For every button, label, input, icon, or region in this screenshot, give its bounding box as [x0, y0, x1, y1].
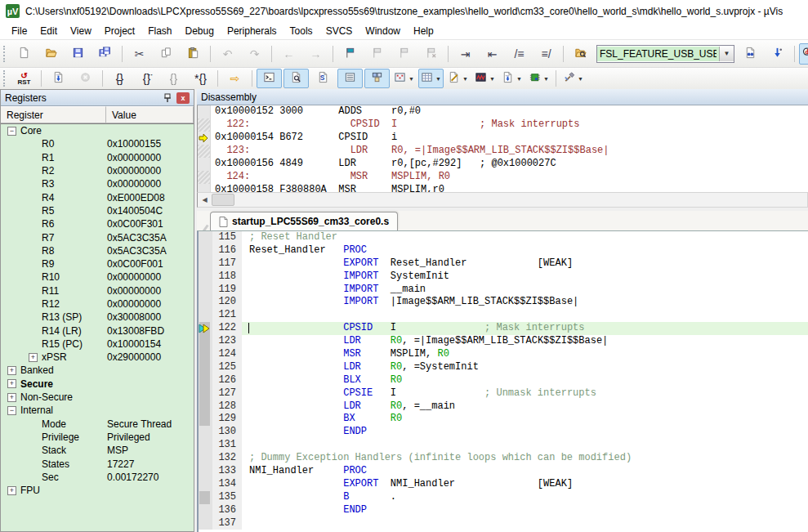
code-text[interactable]: LDR R0, =|Image$$ARM_LIB_STACK$$ZI$$Base…: [242, 335, 808, 348]
register-value[interactable]: 0x10000154: [107, 338, 161, 350]
code-text[interactable]: [242, 309, 808, 322]
disassembly-window-button[interactable]: [283, 69, 309, 88]
register-value[interactable]: Privileged: [107, 431, 150, 443]
serial-window-button[interactable]: ▼: [445, 69, 471, 88]
editor-margin[interactable]: [199, 387, 212, 400]
code-text[interactable]: NMI_Handler PROC: [242, 465, 808, 478]
callstack-window-button[interactable]: [364, 69, 390, 88]
bookmark-prev-button[interactable]: [391, 43, 417, 65]
editor-line-124[interactable]: 124 MSR MSPLIM, R0: [199, 348, 808, 361]
editor-line-127[interactable]: 127 CPSIE I ; Unmask interrupts: [199, 387, 808, 400]
editor-margin[interactable]: [199, 491, 212, 504]
indent-button[interactable]: ⇥: [453, 43, 478, 65]
register-row-stack[interactable]: StackMSP: [1, 444, 194, 457]
editor-margin[interactable]: [199, 284, 212, 297]
disasm-margin[interactable]: [198, 118, 211, 132]
code-text[interactable]: LDR R0, =SystemInit: [242, 361, 808, 374]
editor-margin[interactable]: [199, 335, 212, 348]
memory-window-button[interactable]: ▼: [418, 69, 444, 88]
editor-line-135[interactable]: 135 B .: [199, 491, 808, 504]
register-row-xpsr[interactable]: +xPSR0x29000000: [1, 351, 194, 364]
bookmark-clear-all-button[interactable]: [418, 43, 444, 65]
editor-line-115[interactable]: 115; Reset Handler: [199, 231, 808, 244]
code-text[interactable]: ; Dummy Exception Handlers (infinite loo…: [242, 452, 808, 465]
uncomment-selection-button[interactable]: ≡/: [533, 43, 559, 65]
editor-margin[interactable]: [199, 413, 212, 426]
open-folder-button[interactable]: [38, 43, 64, 65]
search-combo-dropdown-icon[interactable]: ▼: [719, 47, 734, 61]
editor-line-136[interactable]: 136 ENDP: [199, 504, 808, 517]
register-row-r4[interactable]: R40xE000ED08: [1, 190, 194, 203]
menu-item-edit[interactable]: Edit: [33, 24, 64, 38]
editor-line-131[interactable]: 131: [199, 439, 808, 452]
register-row-r5[interactable]: R50x1400504C: [1, 204, 194, 217]
code-text[interactable]: ENDP: [242, 504, 808, 517]
editor-margin[interactable]: [199, 426, 212, 439]
editor-margin[interactable]: [199, 478, 212, 491]
code-text[interactable]: BLX R0: [242, 374, 808, 387]
register-value[interactable]: 17227: [107, 458, 134, 470]
scroll-left-button[interactable]: ◀: [198, 194, 212, 206]
editor-margin[interactable]: [199, 452, 212, 465]
register-row-r0[interactable]: R00x10000155: [1, 137, 194, 150]
editor-margin[interactable]: [199, 517, 212, 530]
menu-item-tools[interactable]: Tools: [283, 24, 319, 38]
symbol-window-button[interactable]: S: [310, 69, 336, 88]
editor-line-137[interactable]: 137: [199, 517, 808, 530]
expand-icon[interactable]: +: [7, 366, 16, 375]
undo-button[interactable]: ↶: [215, 43, 240, 65]
editor-margin[interactable]: [199, 465, 212, 478]
code-text[interactable]: B .: [242, 491, 808, 504]
register-value[interactable]: 0x00000000: [107, 178, 161, 190]
disasm-line[interactable]: 0x10000152 3000 ADDS r0,#0: [198, 105, 808, 118]
editor-line-128[interactable]: 128 LDR R0, =__main: [199, 400, 808, 414]
pin-icon[interactable]: [161, 92, 174, 104]
editor-margin[interactable]: [199, 270, 212, 284]
editor-line-119[interactable]: 119 IMPORT __main: [199, 284, 808, 297]
register-row-r10[interactable]: R100x00000000: [1, 270, 194, 284]
register-row-r9[interactable]: R90x0C00F001: [1, 257, 194, 270]
menu-item-view[interactable]: View: [64, 24, 98, 38]
collapse-icon[interactable]: −: [7, 127, 16, 136]
editor-line-117[interactable]: 117 EXPORT Reset_Handler [WEAK]: [199, 257, 808, 270]
editor-line-126[interactable]: 126 BLX R0: [199, 374, 808, 387]
reset-cpu-button[interactable]: ↺RST: [11, 69, 37, 88]
register-row-r15-pc-[interactable]: R15 (PC)0x10000154: [1, 338, 194, 351]
disasm-margin[interactable]: [198, 132, 211, 145]
register-row-privilege[interactable]: PrivilegePrivileged: [1, 431, 194, 444]
menu-item-peripherals[interactable]: Peripherals: [221, 24, 283, 38]
tab-startup-file[interactable]: startup_LPC55S69_cm33_core0.s: [210, 212, 398, 230]
code-text[interactable]: [242, 517, 808, 530]
editor-line-121[interactable]: 121: [199, 309, 808, 322]
editor-line-122[interactable]: 122 CPSID I ; Mask interrupts: [199, 322, 808, 335]
register-row-sec[interactable]: Sec0.00172270: [1, 471, 194, 484]
editor-line-118[interactable]: 118 IMPORT SystemInit: [199, 270, 808, 284]
register-row-r8[interactable]: R80x5AC3C35A: [1, 244, 194, 257]
show-next-statement-button[interactable]: ⇨: [222, 69, 248, 88]
code-text[interactable]: ENDP: [242, 426, 808, 439]
menu-item-help[interactable]: Help: [407, 24, 440, 38]
editor-margin[interactable]: [199, 348, 212, 361]
disasm-line[interactable]: 122: CPSID I ; Mask interrupts: [198, 118, 808, 132]
editor-margin[interactable]: [199, 374, 212, 387]
register-row-mode[interactable]: ModeSecure Thread: [1, 418, 194, 431]
register-row-states[interactable]: States17227: [1, 457, 194, 470]
run-button[interactable]: [46, 69, 71, 88]
disasm-margin[interactable]: [198, 158, 211, 171]
system-viewer-button[interactable]: ▼: [526, 69, 551, 88]
find-in-files-doc-button[interactable]: [738, 43, 763, 65]
register-row-r2[interactable]: R20x00000000: [1, 164, 194, 177]
debug-session-button[interactable]: d▼: [799, 43, 808, 65]
editor-margin[interactable]: [199, 400, 212, 414]
trace-window-dropdown-icon[interactable]: ▼: [516, 76, 522, 82]
redo-button[interactable]: ↷: [242, 43, 267, 65]
register-column-header[interactable]: Register: [1, 106, 106, 123]
register-row-r7[interactable]: R70x5AC3C35A: [1, 230, 194, 244]
editor-margin[interactable]: [199, 309, 212, 322]
stop-button[interactable]: [73, 69, 98, 88]
register-row-banked[interactable]: +Banked: [1, 364, 194, 377]
editor-line-129[interactable]: 129 BX R0: [199, 413, 808, 426]
nav-forward-button[interactable]: →: [303, 43, 328, 65]
debug-toolbox-dropdown-icon[interactable]: ▼: [578, 76, 583, 82]
register-row-core[interactable]: −Core: [1, 124, 194, 137]
